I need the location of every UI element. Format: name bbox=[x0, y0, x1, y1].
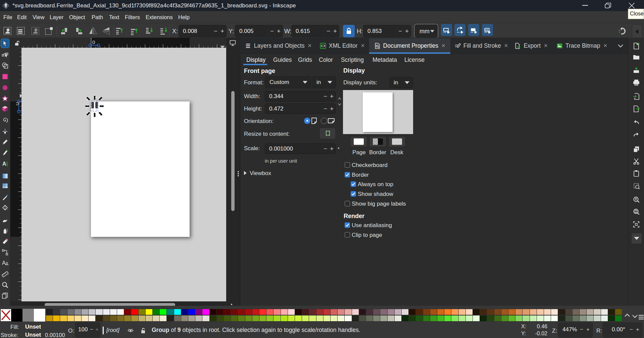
svg-text:A: A bbox=[2, 260, 6, 266]
svg-text:A: A bbox=[2, 161, 6, 167]
